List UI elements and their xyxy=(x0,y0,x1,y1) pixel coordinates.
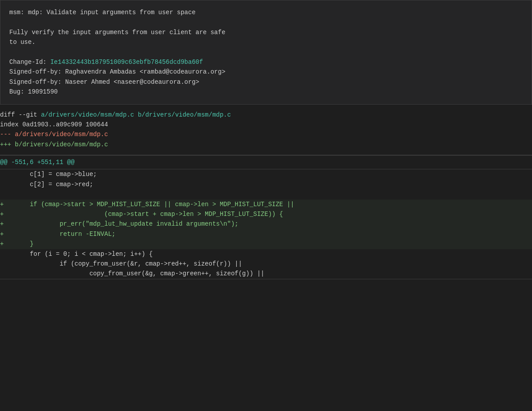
page-container: msm: mdp: Validate input arguments from … xyxy=(0,0,532,279)
diff-line-added-1: + if (cmap->start > MDP_HIST_LUT_SIZE ||… xyxy=(0,200,532,209)
diff-command-text: diff --git xyxy=(0,111,41,118)
diff-line: c[2] = cmap->red; xyxy=(0,180,532,189)
commit-message-block: msm: mdp: Validate input arguments from … xyxy=(0,0,532,105)
diff-line-empty xyxy=(0,189,532,199)
section-divider-2 xyxy=(0,279,532,279)
diff-line-added-5: + } xyxy=(0,239,532,249)
diff-body: c[1] = cmap->blue; c[2] = cmap->red; + i… xyxy=(0,169,532,278)
hunk-range: @@ -551,6 +551,11 @@ xyxy=(0,159,74,166)
commit-signed-off-2: Signed-off-by: Naseer Ahmed <naseer@code… xyxy=(9,78,199,86)
diff-line: c[1] = cmap->blue; xyxy=(0,169,532,179)
diff-minus-text: --- a/drivers/video/msm/mdp.c xyxy=(0,131,108,138)
diff-minus-line: --- a/drivers/video/msm/mdp.c xyxy=(0,129,532,139)
diff-line-added-2: + (cmap->start + cmap->len > MDP_HIST_LU… xyxy=(0,209,532,219)
commit-line-1: msm: mdp: Validate input arguments from … xyxy=(9,9,196,16)
diff-line-added-3: + pr_err("mdp_lut_hw_update invalid argu… xyxy=(0,219,532,229)
commit-change-id-label: Change-Id: xyxy=(9,59,50,66)
commit-signed-off-1: Signed-off-by: Raghavendra Ambadas <ramb… xyxy=(9,68,225,75)
commit-change-id-link[interactable]: Ie14332443b187951009c63ebfb78456dcd9ba60… xyxy=(50,59,203,66)
diff-command-line: diff --git a/drivers/video/msm/mdp.c b/d… xyxy=(0,110,532,120)
commit-line-4: to use. xyxy=(9,39,35,46)
diff-plus-line: +++ b/drivers/video/msm/mdp.c xyxy=(0,140,532,149)
diff-index-line: index 0ad1903..a09c909 100644 xyxy=(0,120,532,129)
diff-line: copy_from_user(&g, cmap->green++, sizeof… xyxy=(0,269,532,278)
diff-line-added-4: + return -EINVAL; xyxy=(0,229,532,239)
diff-plus-text: +++ b/drivers/video/msm/mdp.c xyxy=(0,141,108,148)
commit-line-3: Fully verify the input arguments from us… xyxy=(9,29,225,36)
commit-bug: Bug: 19091590 xyxy=(9,88,58,95)
commit-message-pre: msm: mdp: Validate input arguments from … xyxy=(9,8,523,97)
diff-file-b-link[interactable]: b/drivers/video/msm/mdp.c xyxy=(138,111,231,118)
diff-line: if (copy_from_user(&r, cmap->red++, size… xyxy=(0,259,532,269)
diff-header-block: diff --git a/drivers/video/msm/mdp.c b/d… xyxy=(0,105,532,155)
diff-hunk-header: @@ -551,6 +551,11 @@ xyxy=(0,155,532,169)
diff-file-a-link[interactable]: a/drivers/video/msm/mdp.c xyxy=(41,111,134,118)
diff-line: for (i = 0; i < cmap->len; i++) { xyxy=(0,249,532,259)
